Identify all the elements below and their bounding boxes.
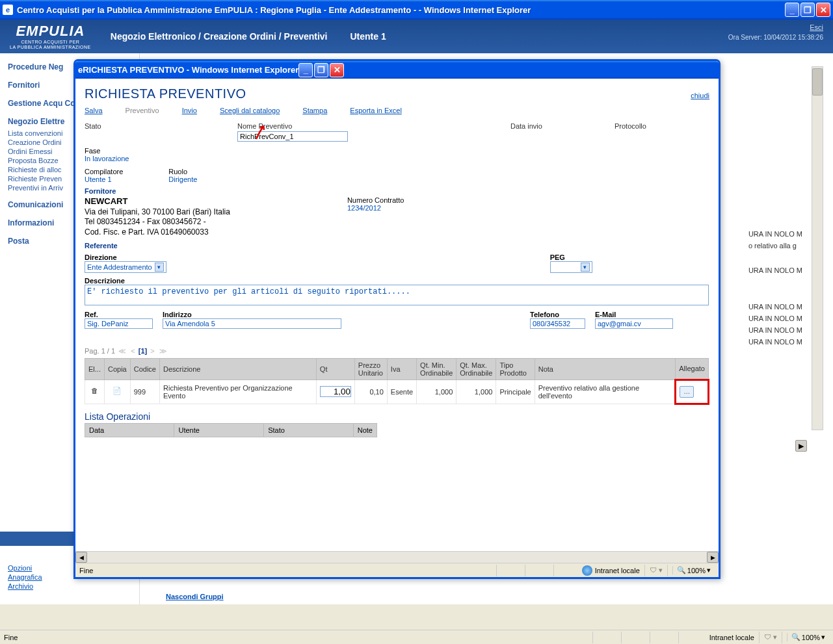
modal-maximize-button[interactable]: ❐ bbox=[314, 63, 328, 77]
nome-preventivo-input[interactable] bbox=[237, 131, 348, 142]
minimize-button[interactable]: _ bbox=[785, 3, 799, 17]
status-fine: Fine bbox=[79, 567, 93, 574]
chevron-down-icon: ▾ bbox=[821, 633, 825, 641]
telefono-input[interactable] bbox=[530, 318, 585, 329]
bg-text: URA IN NOLO M bbox=[745, 265, 806, 276]
cell-prezzo: 0,10 bbox=[354, 380, 387, 404]
scroll-right-icon[interactable]: ▶ bbox=[795, 440, 807, 452]
modal-close-button[interactable]: ✕ bbox=[330, 63, 344, 77]
op-col-note: Note bbox=[353, 423, 377, 437]
logo-sub1: CENTRO ACQUISTI PER bbox=[21, 40, 79, 45]
indirizzo-label: Indirizzo bbox=[163, 311, 341, 318]
operazioni-table: Data Utente Stato Note bbox=[85, 423, 377, 437]
pager-last[interactable]: ≫ bbox=[159, 347, 167, 355]
stampa-link[interactable]: Stampa bbox=[302, 107, 327, 114]
logo-sub2: LA PUBBLICA AMMINISTRAZIONE bbox=[10, 45, 91, 50]
op-col-data: Data bbox=[85, 423, 174, 437]
nav-archivio[interactable]: Archivio bbox=[8, 582, 42, 590]
app-header: EMPULIA CENTRO ACQUISTI PER LA PUBBLICA … bbox=[0, 19, 833, 53]
descrizione-textarea[interactable] bbox=[85, 285, 709, 305]
data-invio-label: Data invio bbox=[510, 121, 615, 142]
col-descrizione: Descrizione bbox=[160, 358, 317, 380]
supplier-info: NEWCART Via dei Tulipani, 30 70100 Bari … bbox=[85, 196, 230, 238]
delete-icon[interactable]: 🗑 bbox=[90, 387, 100, 397]
bg-text: URA IN NOLO M bbox=[745, 325, 806, 335]
nascondi-gruppi-link[interactable]: Nascondi Gruppi bbox=[166, 593, 224, 600]
zoom-icon: 🔍 bbox=[677, 566, 686, 574]
cell-descrizione: Richiesta Preventivo per Organizzazione … bbox=[160, 380, 317, 404]
scroll-left-icon[interactable]: ◀ bbox=[75, 552, 87, 563]
cell-qtmin: 1,000 bbox=[417, 380, 456, 404]
chiudi-link[interactable]: chiudi bbox=[691, 92, 709, 99]
cell-nota: Preventivo relativo alla gestione dell'e… bbox=[535, 380, 676, 404]
peg-select[interactable]: ▾ bbox=[550, 261, 592, 273]
chevron-down-icon: ▾ bbox=[707, 566, 711, 574]
op-col-utente: Utente bbox=[174, 423, 264, 437]
col-elimina: El... bbox=[85, 358, 105, 380]
col-qtmin: Qt. Min. Ordinabile bbox=[417, 358, 456, 380]
logout-link[interactable]: Esci bbox=[810, 23, 823, 31]
pager-label: Pag. 1 / 1 bbox=[85, 347, 115, 355]
col-qtmax: Qt. Max. Ordinabile bbox=[456, 358, 496, 380]
vertical-scrollbar[interactable] bbox=[812, 66, 823, 430]
ref-input[interactable] bbox=[85, 318, 153, 329]
main-window-title: Centro Acquisti per la Pubblica Amminist… bbox=[17, 5, 785, 15]
direzione-value: Ente Addestramento bbox=[87, 263, 152, 271]
nav-anagrafica[interactable]: Anagrafica bbox=[8, 573, 42, 581]
compilatore-value: Utente 1 bbox=[85, 175, 123, 183]
browser-zoom-value: 100% bbox=[802, 634, 820, 641]
main-window-titlebar: e Centro Acquisti per la Pubblica Ammini… bbox=[0, 0, 833, 19]
modal-minimize-button[interactable]: _ bbox=[298, 63, 313, 77]
cell-qtmax: 1,000 bbox=[456, 380, 496, 404]
zone-label: Intranet locale bbox=[595, 567, 640, 574]
browser-status-bar: Fine Intranet locale 🛡 ▾ 🔍 100% ▾ bbox=[0, 630, 833, 644]
esporta-excel-link[interactable]: Esporta in Excel bbox=[350, 107, 401, 114]
chevron-down-icon: ▾ bbox=[581, 263, 590, 272]
pager-next[interactable]: > bbox=[150, 347, 154, 355]
breadcrumb: Negozio Elettronico / Creazione Ordini /… bbox=[111, 31, 328, 42]
zoom-control[interactable]: 🔍 100% ▾ bbox=[672, 566, 715, 574]
email-label: E-Mail bbox=[595, 311, 673, 318]
modal-horizontal-scrollbar[interactable]: ◀ ▶ bbox=[75, 551, 719, 563]
supplier-phone: Tel 0803451234 - Fax 080345672 - bbox=[85, 217, 206, 226]
cell-tipo: Principale bbox=[496, 380, 535, 404]
fornitore-label: Fornitore bbox=[85, 187, 709, 195]
scroll-right-icon[interactable]: ▶ bbox=[707, 552, 719, 563]
bg-text: o relativo alla g bbox=[745, 240, 806, 251]
allegato-button[interactable]: … bbox=[680, 386, 694, 398]
referente-label: Referente bbox=[85, 242, 709, 250]
col-copia: Copia bbox=[105, 358, 131, 380]
pager-prev[interactable]: < bbox=[131, 347, 135, 355]
protocollo-label: Protocollo bbox=[615, 121, 712, 142]
supplier-cf: Cod. Fisc. e Part. IVA 01649060033 bbox=[85, 227, 209, 237]
direzione-select[interactable]: Ente Addestramento ▾ bbox=[85, 261, 166, 273]
col-allegato: Allegato bbox=[676, 358, 709, 380]
close-button[interactable]: ✕ bbox=[816, 3, 830, 17]
qt-input[interactable] bbox=[320, 386, 351, 397]
empulia-logo: EMPULIA CENTRO ACQUISTI PER LA PUBBLICA … bbox=[10, 23, 91, 49]
copy-icon[interactable]: 📄 bbox=[112, 387, 122, 397]
salva-link[interactable]: Salva bbox=[85, 107, 103, 114]
items-table: El... Copia Codice Descrizione Qt Prezzo… bbox=[85, 358, 709, 405]
email-input[interactable] bbox=[595, 318, 673, 329]
ie-icon: e bbox=[78, 65, 83, 75]
lista-operazioni-title: Lista Operazioni bbox=[85, 411, 709, 422]
stato-label: Stato bbox=[85, 121, 237, 142]
peg-label: PEG bbox=[550, 253, 592, 261]
ref-label: Ref. bbox=[85, 311, 153, 318]
security-icon[interactable]: 🛡 ▾ bbox=[650, 566, 663, 574]
col-codice: Codice bbox=[130, 358, 159, 380]
contratto-label: Numero Contratto bbox=[347, 196, 404, 204]
security-icon[interactable]: 🛡 ▾ bbox=[764, 633, 777, 641]
table-row: 🗑 📄 999 Richiesta Preventivo per Organiz… bbox=[85, 380, 709, 404]
browser-status-fine: Fine bbox=[4, 634, 18, 641]
maximize-button[interactable]: ❐ bbox=[800, 3, 815, 17]
bg-text: URA IN NOLO M bbox=[745, 229, 806, 239]
browser-zoom-control[interactable]: 🔍 100% ▾ bbox=[787, 633, 829, 641]
nav-opzioni[interactable]: Opzioni bbox=[8, 564, 42, 572]
invio-link[interactable]: Invio bbox=[182, 107, 197, 114]
pager-first[interactable]: ≪ bbox=[118, 347, 126, 355]
indirizzo-input[interactable] bbox=[163, 318, 341, 329]
scegli-catalogo-link[interactable]: Scegli dal catalogo bbox=[220, 107, 280, 114]
pager: Pag. 1 / 1 ≪ < [1] > ≫ bbox=[85, 347, 709, 355]
